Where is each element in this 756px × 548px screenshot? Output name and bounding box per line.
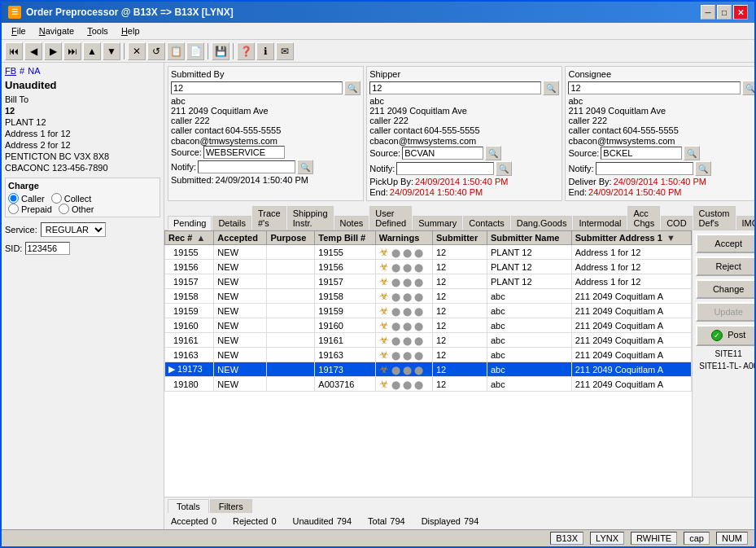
submitted-by-source[interactable] <box>203 146 285 159</box>
shipper-notify[interactable] <box>396 162 494 175</box>
email-button[interactable]: ✉ <box>276 42 294 60</box>
submitted-by-block: Submitted By 🔍 abc 211 2049 Coquitlam Av… <box>168 66 364 201</box>
nav-prev-button[interactable]: ◀ <box>24 42 42 60</box>
shipper-id[interactable] <box>369 81 541 94</box>
shipper-source-btn[interactable]: 🔍 <box>485 146 501 160</box>
copy-button[interactable]: 📋 <box>167 42 185 60</box>
bottom-tab-filters[interactable]: Filters <box>210 499 252 513</box>
service-dropdown[interactable]: REGULAR <box>41 222 106 237</box>
table-row[interactable]: 19163 NEW 19163 ☣ ⬤ ⬤ ⬤ 12 abc 211 2049 … <box>165 348 692 362</box>
nav-up-button[interactable]: ▲ <box>83 42 101 60</box>
radio-other[interactable]: Other <box>59 204 94 214</box>
consignee-contact-row: caller contact 604-555-5555 <box>568 125 754 135</box>
submitted-date-row: Submitted: 24/09/2014 1:50:40 PM <box>171 175 361 185</box>
tab-imc[interactable]: IMC <box>736 216 755 230</box>
tab-intermodal[interactable]: Intermodal <box>573 216 627 230</box>
tab-summary[interactable]: Summary <box>413 216 462 230</box>
table-row[interactable]: 19160 NEW 19160 ☣ ⬤ ⬤ ⬤ 12 abc 211 2049 … <box>165 318 692 333</box>
cell-temp-bill: 19158 <box>315 289 375 304</box>
close-button[interactable]: ✕ <box>733 5 748 20</box>
post-button[interactable]: Post <box>696 325 754 346</box>
biohazard-icon: ☣ <box>379 290 389 302</box>
submitted-by-id[interactable] <box>171 81 343 94</box>
toolbar-sep-1 <box>124 43 125 59</box>
delete-button[interactable]: ✕ <box>128 42 146 60</box>
reject-button[interactable]: Reject <box>696 256 754 276</box>
nav-first-button[interactable]: ⏮ <box>5 42 23 60</box>
titlebar-controls[interactable]: ─ □ ✕ <box>701 5 748 20</box>
consignee-search-btn[interactable]: 🔍 <box>742 81 754 95</box>
bottom-tab-totals[interactable]: Totals <box>168 499 209 513</box>
nav-next-button[interactable]: ▶ <box>44 42 62 60</box>
tab-contacts[interactable]: Contacts <box>463 216 509 230</box>
cell-rec: 19157 <box>165 274 214 289</box>
cell-purpose <box>267 377 315 392</box>
update-button[interactable]: Update <box>696 302 754 322</box>
radio-caller[interactable]: Caller <box>8 193 45 204</box>
tab-acc-chgs[interactable]: Acc Chgs <box>627 206 660 230</box>
address1: Address 1 for 12 <box>5 129 160 138</box>
city-line: PENTICTON BC V3X 8X8 <box>5 151 160 161</box>
tab-dang-goods[interactable]: Dang.Goods <box>511 216 573 230</box>
table-row[interactable]: 19159 NEW 19159 ☣ ⬤ ⬤ ⬤ 12 abc 211 2049 … <box>165 304 692 318</box>
submitted-by-notify-btn[interactable]: 🔍 <box>297 160 313 174</box>
tab-pending[interactable]: Pending <box>168 216 212 230</box>
menu-file[interactable]: File <box>5 24 33 37</box>
shipper-source[interactable] <box>402 147 483 160</box>
info-button[interactable]: ℹ <box>256 42 274 60</box>
tab-trace[interactable]: Trace #'s <box>252 206 286 230</box>
tab-cod[interactable]: COD <box>661 216 692 230</box>
radio-prepaid[interactable]: Prepaid <box>8 204 52 214</box>
new-button[interactable]: 📄 <box>186 42 204 60</box>
save-button[interactable]: 💾 <box>212 42 229 60</box>
submitted-by-notify[interactable] <box>198 160 295 173</box>
consignee-source[interactable] <box>601 147 682 160</box>
consignee-source-btn[interactable]: 🔍 <box>684 146 700 160</box>
table-container[interactable]: Rec # ▲ Accepted Purpose Temp Bill # War… <box>164 230 692 497</box>
sid-input[interactable] <box>25 242 70 255</box>
consignee-id[interactable] <box>568 81 740 94</box>
circle-icon-2: ⬤ <box>403 351 412 360</box>
submitted-by-search-btn[interactable]: 🔍 <box>344 81 361 95</box>
tab-notes[interactable]: Notes <box>334 216 369 230</box>
change-button[interactable]: Change <box>696 279 754 299</box>
submitted-date-label: Submitted: <box>171 175 214 185</box>
table-row[interactable]: 19180 NEW A003716 ☣ ⬤ ⬤ ⬤ 12 abc 211 204… <box>165 377 692 392</box>
menu-tools[interactable]: Tools <box>81 24 115 37</box>
radio-other-input[interactable] <box>59 204 69 214</box>
tab-custom-defs[interactable]: Custom Def's <box>693 206 736 230</box>
refresh-button[interactable]: ↺ <box>147 42 165 60</box>
cell-submitter: 12 <box>432 260 487 274</box>
biohazard-icon: ☣ <box>379 334 389 346</box>
tab-user-defined[interactable]: User Defined <box>369 206 412 230</box>
radio-prepaid-input[interactable] <box>8 204 19 214</box>
stat-accepted: Accepted 0 <box>171 516 216 526</box>
minimize-button[interactable]: ─ <box>701 5 715 20</box>
radio-collect-input[interactable] <box>51 193 62 204</box>
table-row[interactable]: 19156 NEW 19156 ☣ ⬤ ⬤ ⬤ 12 PLANT 12 Addr… <box>165 260 692 274</box>
radio-collect[interactable]: Collect <box>51 193 92 204</box>
menu-help[interactable]: Help <box>115 24 146 37</box>
app-icon: ☰ <box>8 6 21 19</box>
tab-details[interactable]: Details <box>212 216 251 230</box>
table-row[interactable]: ▶ 19173 NEW 19173 ☣ ⬤ ⬤ ⬤ 12 abc 211 204… <box>165 362 692 377</box>
col-warnings: Warnings <box>375 231 432 245</box>
consignee-notify-btn[interactable]: 🔍 <box>695 161 711 176</box>
maximize-button[interactable]: □ <box>717 5 732 20</box>
shipper-notify-btn[interactable]: 🔍 <box>496 161 512 176</box>
nav-down-button[interactable]: ▼ <box>103 42 120 60</box>
shipper-pickup-label: PickUp By: <box>369 177 413 186</box>
consignee-notify[interactable] <box>596 162 693 175</box>
table-row[interactable]: 19158 NEW 19158 ☣ ⬤ ⬤ ⬤ 12 abc 211 2049 … <box>165 289 692 304</box>
nav-last-button[interactable]: ⏭ <box>63 42 81 60</box>
table-row[interactable]: 19155 NEW 19155 ☣ ⬤ ⬤ ⬤ 12 PLANT 12 Addr… <box>165 245 692 260</box>
tab-shipping[interactable]: Shipping Instr. <box>287 206 334 230</box>
table-row[interactable]: 19161 NEW 19161 ☣ ⬤ ⬤ ⬤ 12 abc 211 2049 … <box>165 333 692 348</box>
accept-button[interactable]: Accept <box>696 234 754 253</box>
help-button[interactable]: ❓ <box>237 42 255 60</box>
shipper-search-btn[interactable]: 🔍 <box>543 81 559 95</box>
col-rec: Rec # ▲ <box>165 231 214 245</box>
table-row[interactable]: 19157 NEW 19157 ☣ ⬤ ⬤ ⬤ 12 PLANT 12 Addr… <box>165 274 692 289</box>
menu-navigate[interactable]: Navigate <box>33 24 81 37</box>
radio-caller-input[interactable] <box>8 193 19 204</box>
